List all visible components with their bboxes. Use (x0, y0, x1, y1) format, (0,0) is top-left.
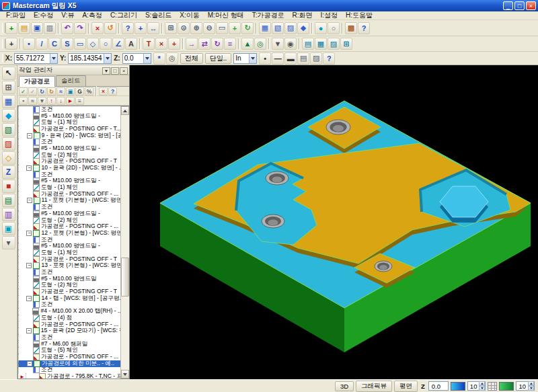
tree-item[interactable]: 조건 (18, 269, 120, 276)
tree-item[interactable]: −가공경로에 의한 미분.. - 예.. (18, 360, 120, 367)
open-file-icon[interactable]: ▤ (18, 22, 30, 34)
tree-item[interactable]: 가공경로 - POSTING OFF - T (18, 288, 120, 295)
operations-manager-icon[interactable]: ▤ (302, 38, 314, 50)
panel-float-icon[interactable]: □ (111, 67, 119, 75)
tree-item[interactable]: −14 - 탭 - [WCS: 평면] - [공구평... (18, 295, 120, 302)
tree-item[interactable]: 조건 (18, 237, 120, 243)
zoom-window-icon[interactable]: ⊞ (165, 22, 177, 34)
tree-item[interactable]: 가공경로 - POSTING OFF - ... (18, 321, 120, 328)
level-stepper[interactable]: 10 (516, 381, 535, 391)
ellipse-icon[interactable]: ○ (100, 38, 112, 50)
repaint-icon[interactable]: ↻ (241, 22, 254, 34)
tree-item[interactable]: −9 - 윤곽 (2D) - [WCS: 평면] - [공 (18, 132, 120, 139)
menu-item[interactable]: I:설정 (317, 11, 341, 20)
xform-translate-icon[interactable]: → (186, 38, 198, 50)
attribute-spinner[interactable] (479, 381, 485, 391)
insert-arrow-icon[interactable]: ► (20, 374, 25, 379)
collapse-icon[interactable]: − (26, 328, 32, 334)
select-all-button[interactable]: 전체 (180, 53, 203, 64)
toggle-toolpath-display-icon[interactable]: ≈ (28, 97, 37, 105)
tree-item[interactable]: 가공경로 - POSTING OFF - T... (18, 126, 120, 132)
tree-item[interactable]: 가공경로 - POSTING OFF - ... (18, 223, 120, 230)
xform-offset-icon[interactable]: ≡ (224, 38, 236, 50)
wireframe-icon[interactable]: ○ (328, 22, 340, 34)
unit-input[interactable] (234, 54, 249, 63)
xform-mirror-icon[interactable]: ⇄ (198, 38, 210, 50)
delete-operation-icon[interactable]: × (99, 87, 108, 95)
level-icon[interactable]: ▤ (2, 194, 15, 207)
z-coordinate-input[interactable] (123, 54, 143, 63)
analyze-entity-icon[interactable]: ? (122, 22, 134, 34)
arc-icon[interactable]: C (48, 38, 61, 50)
machine-lathe-icon[interactable]: ◉ (284, 38, 297, 50)
y-coordinate-input[interactable] (69, 54, 104, 63)
tree-item[interactable]: −10 - 윤곽 (2D) - [WCS: 평면] - ... (18, 165, 120, 171)
solid-revolve-icon[interactable]: ◎ (254, 38, 266, 50)
hole-center-upper[interactable] (266, 171, 289, 185)
tree-item[interactable]: 도형 - (2) 체인 (18, 217, 120, 224)
cursor-position-icon[interactable]: ◎ (166, 52, 178, 65)
tree-item[interactable]: #5 - M10.00 평엔드밀 - (18, 210, 120, 217)
selection-grid-icon[interactable]: ⊞ (2, 81, 15, 94)
tree-item[interactable]: 가공경로 - POSTING OFF - T (18, 159, 120, 165)
menu-item[interactable]: R:화면 (289, 11, 315, 20)
letters-icon[interactable]: A (125, 38, 137, 50)
tree-item[interactable]: #5 - M10.00 평엔드밀 - (18, 145, 120, 152)
regen-all-icon[interactable]: ↻ (38, 87, 46, 95)
attribute-color-swatch[interactable] (451, 382, 465, 391)
help-icon[interactable]: ? (358, 22, 370, 34)
gview-cube-front-icon[interactable]: ▧ (2, 123, 15, 136)
z-depth-value[interactable]: 0.0 (428, 381, 449, 391)
delete-duplicates-icon[interactable]: ▩ (345, 22, 357, 34)
graphics-viewport[interactable] (130, 65, 538, 379)
tree-item[interactable]: 가공경로 - POSTING OFF - ... (18, 354, 120, 360)
tree-item[interactable]: #5 - M10.00 평엔드밀 (18, 276, 120, 282)
point-style-icon[interactable]: • (259, 52, 271, 65)
menu-item[interactable]: F:파일 (3, 11, 29, 20)
gview-cube-iso-icon[interactable]: ◆ (2, 109, 15, 122)
maximize-button[interactable]: □ (514, 1, 525, 10)
tree-item[interactable]: #5 - M10.00 평엔드밀 - (18, 243, 120, 249)
gview-right-icon[interactable]: ▨ (284, 22, 297, 34)
line-icon[interactable]: / (36, 38, 48, 50)
level-set-icon[interactable]: ▤ (297, 52, 309, 65)
zoom-target-icon[interactable]: ⊙ (178, 22, 190, 34)
hole-south[interactable] (375, 261, 392, 272)
toggle-post-icon[interactable]: ▼ (38, 97, 46, 105)
fastpoint-icon[interactable]: * (153, 52, 165, 65)
tree-item[interactable]: 조건 (18, 106, 120, 113)
scrollbar-track[interactable] (121, 115, 129, 370)
collapse-icon[interactable]: − (27, 361, 32, 366)
tree-item[interactable]: 가공경로 - POSTING OFF - ... (18, 191, 120, 198)
point-icon[interactable]: • (23, 38, 35, 50)
undo-icon[interactable]: ↶ (61, 22, 73, 34)
gview-iso-icon[interactable]: ◆ (297, 22, 309, 34)
ops-options-icon[interactable]: ≡ (75, 97, 84, 105)
regen-selected-icon[interactable]: ↻ (47, 87, 56, 95)
menu-item[interactable]: C:그리기 (107, 11, 141, 20)
tree-item[interactable]: 조건 (18, 204, 120, 210)
collapse-icon[interactable]: − (27, 198, 32, 203)
tree-item[interactable]: 도형 - (5) 체인 (18, 347, 120, 354)
help-circle-icon[interactable]: ? (323, 52, 335, 65)
gview-cube-side-icon[interactable]: ▨ (2, 137, 15, 151)
tree-item[interactable]: 도형 - (4) 점 (18, 315, 120, 321)
print-icon[interactable]: ▥ (44, 22, 56, 34)
delete-icon[interactable]: × (91, 22, 104, 34)
fit-screen-icon[interactable]: ▭ (216, 22, 228, 34)
collapse-icon[interactable]: − (26, 165, 32, 171)
more-tools-icon[interactable]: ▾ (2, 236, 15, 249)
select-cursor-icon[interactable]: ↖ (2, 67, 15, 80)
tree-item[interactable]: #7 - M6.00 챔퍼밀 (18, 341, 120, 348)
close-button[interactable]: × (526, 1, 536, 10)
xform-rotate-icon[interactable]: ↻ (211, 38, 223, 50)
y-dropdown-icon[interactable] (104, 54, 111, 63)
menu-item[interactable]: T:가공경로 (249, 11, 288, 20)
tree-item[interactable]: −12 - 포켓 (기본형) - [WCS: 평면] (18, 230, 120, 237)
x-coordinate-input[interactable] (15, 54, 50, 63)
insert-arrow-down-icon[interactable]: ↓ (56, 97, 65, 105)
tab-solids[interactable]: 솔리드 (56, 75, 86, 86)
tree-item[interactable]: 도형 - (2) 체인 (18, 282, 120, 289)
ops-help-icon[interactable]: ? (108, 87, 117, 95)
machine-mill-icon[interactable]: ▼ (272, 38, 284, 50)
